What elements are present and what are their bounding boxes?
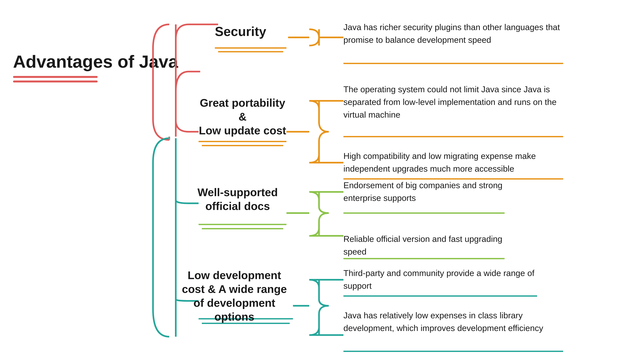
lowdev-desc2: Java has relatively low expenses in clas… [344, 309, 563, 335]
portability-desc1: The operating system could not limit Jav… [344, 83, 563, 121]
security-label: Security [215, 24, 266, 39]
lowdev-desc1: Third-party and community provide a wide… [344, 267, 539, 292]
security-description: Java has richer security plugins than ot… [344, 21, 563, 46]
portability-desc2: High compatibility and low migrating exp… [344, 150, 563, 175]
portability-label: Great portability & Low update cost [195, 96, 290, 138]
lowdev-label: Low development cost & A wide range of d… [173, 268, 296, 324]
official-desc2: Reliable official version and fast upgra… [344, 233, 504, 258]
official-docs-label: Well-supported official docs [186, 185, 290, 213]
official-desc1: Endorsement of big companies and strong … [344, 179, 504, 204]
